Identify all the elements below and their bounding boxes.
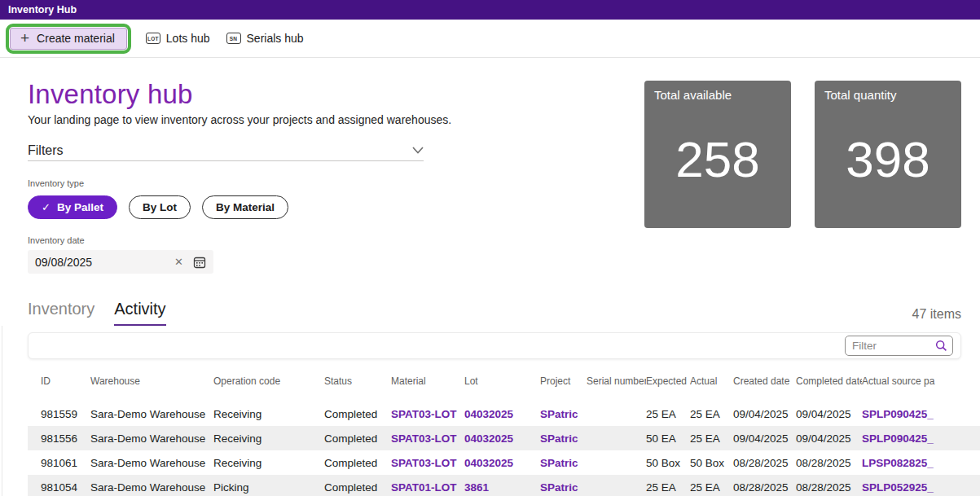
cell-operation-code: Picking [213,475,324,496]
cell-actual: 25 EA [690,475,733,496]
cell-actual: 50 Box [690,450,733,475]
cell-id: 981061 [28,450,90,475]
app-header-bar: Inventory Hub [0,0,980,20]
tab-strip: Inventory Activity [28,300,166,326]
cell-material-link[interactable]: SPAT03-LOT [391,402,464,426]
column-header-expected[interactable]: Expected [646,367,690,396]
lots-hub-button[interactable]: LOT Lots hub [138,27,218,50]
filters-section-toggle[interactable]: Filters [28,140,424,161]
by-pallet-pill[interactable]: ✓ By Pallet [28,195,117,219]
cell-expected: 25 EA [646,475,690,496]
inventory-date-input[interactable]: 09/08/2025 ✕ [28,250,213,274]
cell-id: 981559 [28,402,90,426]
column-header-warehouse[interactable]: Warehouse [90,367,213,396]
cell-project-link[interactable]: SPatric [540,426,587,450]
cell-serial-number [587,426,646,450]
command-bar: + Create material LOT Lots hub SN Serial… [0,20,980,58]
cell-actual-source-pallet-link[interactable]: SPLP090425_ [862,402,980,426]
page-title: Inventory hub [28,79,193,110]
table-row[interactable]: 981559 Sara-Demo Warehouse Receiving Com… [28,402,980,426]
create-material-button[interactable]: + Create material [10,28,127,50]
calendar-icon[interactable] [193,256,206,269]
inventory-type-label: Inventory type [28,178,84,188]
table-row[interactable]: 981054 Sara-Demo Warehouse Picking Compl… [28,475,980,496]
column-header-operation-code[interactable]: Operation code [213,367,324,396]
cell-created-date: 09/04/2025 [733,426,796,450]
cell-actual-source-pallet-link[interactable]: LPSP082825_ [862,450,980,475]
serial-number-icon: SN [226,33,241,44]
serials-hub-label: Serials hub [247,32,304,45]
grid-toolbar [28,332,961,359]
by-material-label: By Material [216,201,275,213]
cell-lot-link[interactable]: 04032025 [464,402,540,426]
table-row[interactable]: 981061 Sara-Demo Warehouse Receiving Com… [28,450,980,475]
cell-warehouse: Sara-Demo Warehouse [90,450,213,475]
cell-actual-source-pallet-link[interactable]: SPLP052925_ [862,475,980,496]
lots-hub-label: Lots hub [166,32,210,45]
column-header-material[interactable]: Material [391,367,464,396]
by-material-pill[interactable]: By Material [202,195,288,219]
column-header-serial-number[interactable]: Serial number [587,367,646,396]
table-spacer [28,396,980,402]
cell-id: 981054 [28,475,90,496]
annotation-highlight-box: + Create material [6,24,131,54]
cell-expected: 50 EA [646,426,690,450]
cell-material-link[interactable]: SPAT03-LOT [391,426,464,450]
by-lot-pill[interactable]: By Lot [129,195,191,219]
cell-serial-number [587,402,646,426]
activity-table: ID Warehouse Operation code Status Mater… [28,367,980,496]
cell-status: Completed [324,475,391,496]
column-header-completed-date[interactable]: Completed date [796,367,862,396]
cell-lot-link[interactable]: 04032025 [464,426,540,450]
column-header-status[interactable]: Status [324,367,391,396]
cell-material-link[interactable]: SPAT01-LOT [391,475,464,496]
plus-icon: + [20,32,29,45]
cell-lot-link[interactable]: 04032025 [464,450,540,475]
cell-project-link[interactable]: SPatric [540,450,587,475]
column-header-lot[interactable]: Lot [464,367,540,396]
cell-lot-link[interactable]: 3861 [464,475,540,496]
total-quantity-value: 398 [815,102,961,228]
inventory-hub-page: Inventory Hub + Create material LOT Lots… [0,0,980,496]
inventory-date-value[interactable]: 09/08/2025 [35,256,174,269]
tab-inventory[interactable]: Inventory [28,300,94,326]
column-header-id[interactable]: ID [28,367,90,396]
by-lot-label: By Lot [143,201,177,213]
search-icon[interactable] [935,340,947,352]
total-quantity-card: Total quantity 398 [815,81,961,228]
clear-date-icon[interactable]: ✕ [174,256,183,268]
total-quantity-label: Total quantity [815,81,961,102]
cell-project-link[interactable]: SPatric [540,475,587,496]
filters-label: Filters [28,143,64,158]
cell-status: Completed [324,402,391,426]
grid-filter-input[interactable] [852,340,935,352]
cell-completed-date: 08/28/2025 [796,450,862,475]
column-header-project[interactable]: Project [540,367,587,396]
cell-actual: 25 EA [690,402,733,426]
cell-serial-number [587,475,646,496]
cell-material-link[interactable]: SPAT03-LOT [391,450,464,475]
cell-completed-date: 08/28/2025 [796,475,862,496]
total-available-label: Total available [644,81,791,102]
cell-serial-number [587,450,646,475]
inventory-date-label: Inventory date [28,235,85,245]
inventory-type-options: ✓ By Pallet By Lot By Material [28,195,288,219]
cell-actual: 25 EA [690,426,733,450]
column-header-actual[interactable]: Actual [690,367,733,396]
cell-actual-source-pallet-link[interactable]: SPLP090425_ [862,426,980,450]
items-count: 47 items [912,307,961,322]
table-row[interactable]: 981556 Sara-Demo Warehouse Receiving Com… [28,426,980,450]
serials-hub-button[interactable]: SN Serials hub [218,27,312,50]
cell-project-link[interactable]: SPatric [540,402,587,426]
tab-activity[interactable]: Activity [114,300,165,326]
cell-warehouse: Sara-Demo Warehouse [90,426,213,450]
cell-status: Completed [324,450,391,475]
grid-filter-field[interactable] [845,336,953,356]
column-header-actual-source-pallet[interactable]: Actual source pa [862,367,980,396]
column-header-created-date[interactable]: Created date [733,367,796,396]
chevron-down-icon[interactable] [412,147,424,154]
table-header-row: ID Warehouse Operation code Status Mater… [28,367,980,396]
cell-warehouse: Sara-Demo Warehouse [90,402,213,426]
cell-created-date: 08/28/2025 [733,450,796,475]
by-pallet-label: By Pallet [57,201,103,213]
